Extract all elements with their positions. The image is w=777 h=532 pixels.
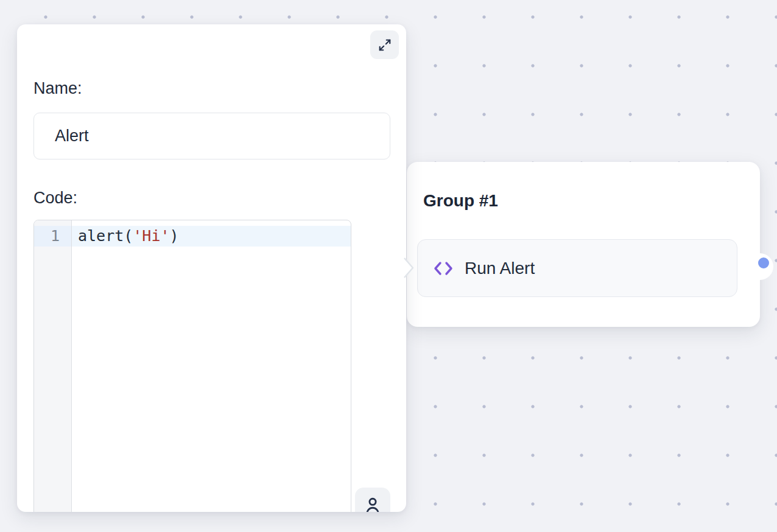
expand-button[interactable] [370,30,399,59]
code-icon [433,261,454,276]
code-label: Code: [33,189,77,208]
name-label: Name: [33,79,82,98]
name-input[interactable] [33,113,390,159]
code-editor-content[interactable]: alert('Hi') [72,220,351,512]
node-label: Run Alert [465,259,535,278]
group-node-card[interactable]: Group #1 Run Alert [407,162,760,327]
code-token-function: alert( [78,227,133,245]
expand-icon [378,38,392,52]
code-token-close: ) [170,227,179,245]
user-icon [362,495,383,512]
code-editor-gutter: 1 [34,220,72,512]
line-number: 1 [34,226,71,247]
node-properties-panel: Name: Code: 1 alert('Hi') [17,24,406,512]
code-token-string: 'Hi' [133,227,169,245]
output-connection-handle[interactable] [758,257,769,268]
run-alert-node[interactable]: Run Alert [417,239,737,297]
connector-chevron-icon [402,256,417,280]
code-editor[interactable]: 1 alert('Hi') [33,220,351,512]
group-title: Group #1 [423,191,498,211]
user-button[interactable] [355,488,390,512]
code-line: alert('Hi') [72,226,351,247]
flow-canvas[interactable]: Name: Code: 1 alert('Hi') Group #1 [0,0,777,532]
